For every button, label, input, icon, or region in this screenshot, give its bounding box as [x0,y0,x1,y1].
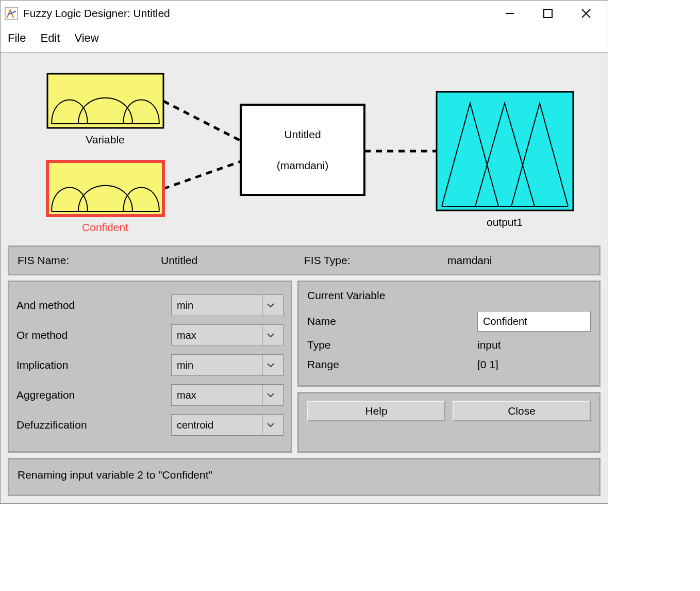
chevron-down-icon [262,355,278,375]
system-box[interactable] [241,105,364,195]
fis-type-label: FIS Type: [304,254,447,267]
and-method-select[interactable]: min [171,294,284,316]
svg-rect-9 [241,105,364,195]
titlebar: Fuzzy Logic Designer: Untitled [1,1,608,26]
maximize-button[interactable] [538,3,558,24]
minimize-button[interactable] [499,3,520,24]
close-icon [580,7,592,20]
and-method-value: min [177,300,193,311]
app-window: Fuzzy Logic Designer: Untitled File Edit… [0,0,608,504]
input1-label: Variable [86,134,125,145]
current-variable-panel: Current Variable Name Type input Range [… [297,281,601,387]
help-button[interactable]: Help [307,401,445,421]
or-method-label: Or method [16,329,171,341]
system-name: Untitled [284,128,321,140]
implication-label: Implication [16,359,171,371]
fis-info-panel: FIS Name: Untitled FIS Type: mamdani [8,245,601,275]
cv-name-input[interactable] [477,311,591,332]
output-box[interactable] [437,92,573,210]
info-panels: FIS Name: Untitled FIS Type: mamdani And… [1,238,608,503]
menu-view[interactable]: View [74,31,98,45]
fis-type-value: mamdani [447,254,591,267]
input2-label: Confident [82,221,128,233]
and-method-label: And method [16,299,171,311]
cv-name-label: Name [307,315,477,327]
system-type: (mamdani) [277,159,328,171]
menu-edit[interactable]: Edit [40,31,60,45]
connector-input2 [163,161,241,189]
svg-rect-2 [544,9,552,18]
close-button[interactable]: Close [453,401,591,421]
aggregation-value: max [177,389,196,401]
defuzzification-label: Defuzzification [16,419,171,431]
status-bar: Renaming input variable 2 to "Confident" [8,458,601,496]
fis-diagram: Variable Confident Untitled (mamdani) [9,61,601,236]
implication-select[interactable]: min [171,354,284,376]
menu-file[interactable]: File [8,31,26,45]
current-variable-header: Current Variable [307,289,591,302]
aggregation-label: Aggregation [16,389,171,401]
fis-name-label: FIS Name: [18,254,161,267]
chevron-down-icon [262,415,278,435]
chevron-down-icon [262,385,278,405]
input-variable-box[interactable] [47,74,163,128]
cv-type-value: input [477,339,501,351]
aggregation-select[interactable]: max [171,384,284,406]
or-method-select[interactable]: max [171,324,284,346]
window-title: Fuzzy Logic Designer: Untitled [23,7,499,20]
cv-type-label: Type [307,339,477,351]
or-method-value: max [177,330,196,341]
connector-input1 [163,101,241,141]
methods-panel: And method min Or method max [8,281,292,453]
fis-name-value: Untitled [161,254,304,267]
diagram-area: Variable Confident Untitled (mamdani) [1,53,608,238]
implication-value: min [177,359,193,371]
maximize-icon [542,8,554,19]
button-panel: Help Close [297,392,601,453]
defuzzification-select[interactable]: centroid [171,414,284,436]
input-confident-box[interactable] [47,161,163,216]
window-buttons [499,3,604,24]
output-label: output1 [487,216,523,228]
close-window-button[interactable] [576,3,596,24]
minimize-icon [504,7,516,20]
app-icon [5,7,18,20]
menubar: File Edit View [1,26,608,53]
cv-range-value: [0 1] [477,358,498,371]
chevron-down-icon [262,325,278,346]
cv-range-label: Range [307,358,477,371]
chevron-down-icon [262,295,278,316]
defuzzification-value: centroid [177,419,213,431]
